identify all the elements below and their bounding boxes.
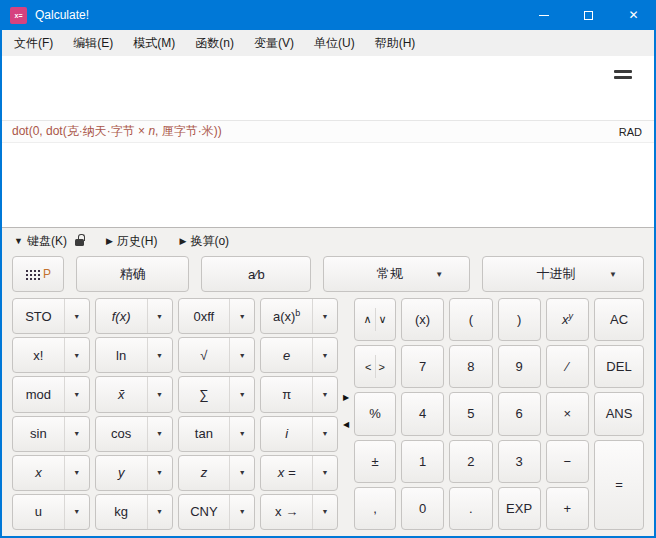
key-factorial[interactable]: x!▼ [12,337,90,373]
dropdown-arrow-icon[interactable]: ▼ [229,456,254,490]
key-decimal-point[interactable]: . [449,487,492,530]
dropdown-arrow-icon[interactable]: ▼ [147,495,172,529]
dropdown-arrow-icon[interactable]: ▼ [64,417,89,451]
key-mean[interactable]: x̄▼ [95,376,173,412]
menu-v[interactable]: 变量(V) [244,30,304,56]
key-store[interactable]: STO▼ [12,298,90,334]
key-convert-to[interactable]: x →▼ [260,494,338,530]
pane-splitter[interactable]: ▶ ◀ [342,292,350,530]
key-sine[interactable]: sin▼ [12,416,90,452]
dropdown-arrow-icon[interactable]: ▼ [147,456,172,490]
key-digit-2[interactable]: 2 [449,440,492,483]
key-open-paren[interactable]: ( [449,298,492,341]
menu-u[interactable]: 单位(U) [304,30,365,56]
splitter-right-arrow-icon[interactable]: ▶ [343,393,349,402]
display-area[interactable]: dot(0, dot(克·纳天·字节 × n, 厘字节·米)) RAD [2,56,654,227]
dropdown-arrow-icon[interactable]: ▼ [147,377,172,411]
key-hexadecimal[interactable]: 0xff▼ [178,298,256,334]
unlock-icon[interactable] [75,239,84,246]
key-digit-5[interactable]: 5 [449,392,492,435]
key-comma[interactable]: , [354,487,396,530]
key-all-clear[interactable]: AC [594,298,644,341]
close-button[interactable]: ✕ [611,0,656,30]
dropdown-arrow-icon[interactable]: ▼ [312,299,337,333]
dropdown-arrow-icon[interactable]: ▼ [312,495,337,529]
dropdown-arrow-icon[interactable]: ▼ [229,377,254,411]
key-digit-0[interactable]: 0 [401,487,444,530]
key-plus-minus[interactable]: ± [354,440,396,483]
key-unit-kg[interactable]: kg▼ [95,494,173,530]
key-digit-6[interactable]: 6 [498,392,541,435]
menu-equals-icon[interactable] [614,67,632,82]
dropdown-arrow-icon[interactable]: ▼ [64,338,89,372]
key-up-down[interactable]: ∧∨ [354,298,396,341]
key-digit-1[interactable]: 1 [401,440,444,483]
key-currency-cny[interactable]: CNY▼ [178,494,256,530]
dropdown-arrow-icon[interactable]: ▼ [229,417,254,451]
key-exponent[interactable]: EXP [498,487,541,530]
tab-keyboard[interactable]: ▼ 键盘(K) [14,233,84,250]
menu-h[interactable]: 帮助(H) [365,30,426,56]
display-mode-dropdown[interactable]: 常规 ▼ [323,256,470,292]
key-euler-e[interactable]: e▼ [260,337,338,373]
key-digit-8[interactable]: 8 [449,345,492,388]
key-tangent[interactable]: tan▼ [178,416,256,452]
key-var-z[interactable]: z▼ [178,455,256,491]
key-var-y[interactable]: y▼ [95,455,173,491]
key-divide[interactable]: ∕ [546,345,589,388]
dropdown-arrow-icon[interactable]: ▼ [64,299,89,333]
key-cosine[interactable]: cos▼ [95,416,173,452]
key-percent[interactable]: % [354,392,396,435]
key-unit-u[interactable]: u▼ [12,494,90,530]
number-base-dropdown[interactable]: 十进制 ▼ [482,256,644,292]
key-plus[interactable]: + [546,487,589,530]
dropdown-arrow-icon[interactable]: ▼ [64,495,89,529]
title-bar[interactable]: x= Qalculate! ✕ [0,0,656,30]
programming-keypad-button[interactable]: P [12,256,64,292]
key-multiply[interactable]: × [546,392,589,435]
key-sum[interactable]: ∑▼ [178,376,256,412]
dropdown-arrow-icon[interactable]: ▼ [312,456,337,490]
key-equals[interactable]: = [594,440,644,530]
key-power[interactable]: xy [546,298,589,341]
menu-m[interactable]: 模式(M) [123,30,185,56]
key-digit-3[interactable]: 3 [498,440,541,483]
menu-e[interactable]: 编辑(E) [63,30,123,56]
key-delete[interactable]: DEL [594,345,644,388]
key-imaginary-i[interactable]: i▼ [260,416,338,452]
exact-mode-button[interactable]: 精确 [76,256,189,292]
key-power-base[interactable]: a(x)b▼ [260,298,338,334]
dropdown-arrow-icon[interactable]: ▼ [147,338,172,372]
key-var-x[interactable]: x▼ [12,455,90,491]
dropdown-arrow-icon[interactable]: ▼ [64,456,89,490]
key-x-equals[interactable]: x =▼ [260,455,338,491]
key-natural-log[interactable]: ln▼ [95,337,173,373]
dropdown-arrow-icon[interactable]: ▼ [229,495,254,529]
key-smart-parens[interactable]: (x) [401,298,444,341]
dropdown-arrow-icon[interactable]: ▼ [147,417,172,451]
splitter-left-arrow-icon[interactable]: ◀ [343,420,349,429]
fraction-mode-button[interactable]: a∕b [201,256,311,292]
dropdown-arrow-icon[interactable]: ▼ [64,377,89,411]
key-digit-4[interactable]: 4 [401,392,444,435]
menu-n[interactable]: 函数(n) [185,30,244,56]
dropdown-arrow-icon[interactable]: ▼ [312,417,337,451]
key-modulo[interactable]: mod▼ [12,376,90,412]
key-square-root[interactable]: √▼ [178,337,256,373]
dropdown-arrow-icon[interactable]: ▼ [312,338,337,372]
tab-convert[interactable]: ▶ 换算(o) [180,233,230,250]
dropdown-arrow-icon[interactable]: ▼ [312,377,337,411]
key-digit-7[interactable]: 7 [401,345,444,388]
key-minus[interactable]: − [546,440,589,483]
key-answer[interactable]: ANS [594,392,644,435]
tab-history[interactable]: ▶ 历史(H) [106,233,158,250]
dropdown-arrow-icon[interactable]: ▼ [147,299,172,333]
maximize-button[interactable] [566,0,611,30]
key-pi[interactable]: π▼ [260,376,338,412]
key-function[interactable]: f(x)▼ [95,298,173,334]
angle-mode-indicator[interactable]: RAD [619,126,654,138]
minimize-button[interactable] [521,0,566,30]
key-digit-9[interactable]: 9 [498,345,541,388]
dropdown-arrow-icon[interactable]: ▼ [229,338,254,372]
menu-f[interactable]: 文件(F) [4,30,63,56]
